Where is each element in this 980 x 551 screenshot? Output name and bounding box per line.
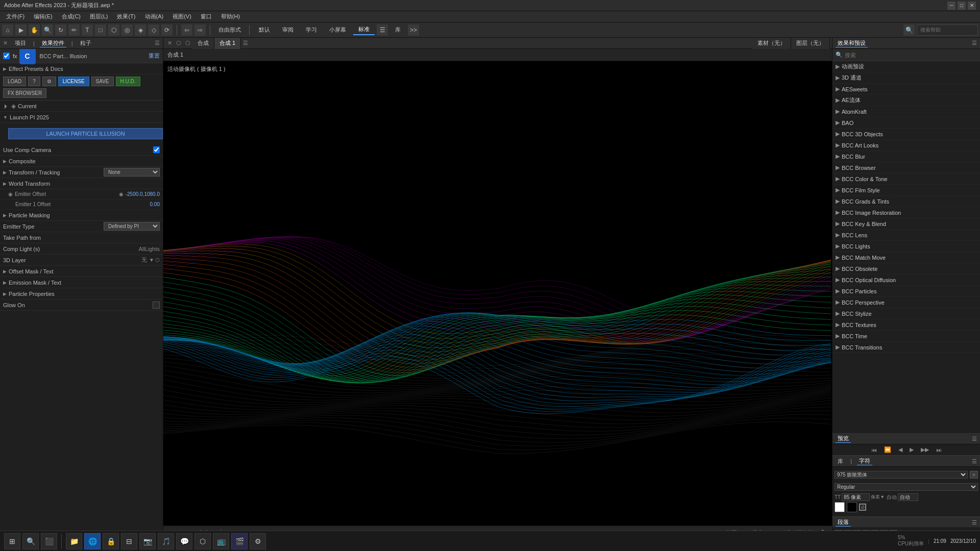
taskbar-explorer[interactable]: 📁 (66, 533, 82, 549)
category-aesweets[interactable]: ▶ AESweets (832, 84, 980, 95)
preview-fwd-btn[interactable]: ▶▶ (919, 446, 930, 453)
composite-row[interactable]: ▶ Composite (0, 156, 163, 167)
category-bcc3d[interactable]: ▶ BCC 3D Objects (832, 129, 980, 140)
taskbar-music[interactable]: 🎵 (158, 533, 174, 549)
toolbar-transfer-left[interactable]: ⇦ (181, 24, 192, 36)
toolbar-pen[interactable]: ✏ (68, 24, 80, 36)
category-bcc-grads[interactable]: ▶ BCC Grads & Tints (832, 196, 980, 207)
left-panel-options[interactable]: ☰ (155, 40, 160, 46)
category-bcc-particles[interactable]: ▶ BCC Particles (832, 286, 980, 297)
category-animation[interactable]: ▶ 动画预设 (832, 61, 980, 72)
menu-edit[interactable]: 编辑(E) (30, 12, 57, 21)
category-bcc-textures[interactable]: ▶ BCC Textures (832, 319, 980, 331)
taskbar-camera[interactable]: 📷 (139, 533, 156, 549)
emitter-type-select[interactable]: Defined by PI (104, 222, 160, 231)
maximize-button[interactable]: □ (958, 2, 966, 10)
menu-animation[interactable]: 动画(A) (141, 12, 168, 21)
category-bcc-browser[interactable]: ▶ BCC Browser (832, 162, 980, 173)
save-btn[interactable]: SAVE (91, 77, 114, 86)
toolbar-roto[interactable]: ◎ (121, 24, 133, 36)
fill-color-swatch[interactable] (835, 502, 845, 512)
toolbar-text[interactable]: T (82, 24, 93, 36)
transform-tracking-select[interactable]: None (104, 168, 160, 177)
category-bcc-obsolete[interactable]: ▶ BCC Obsolete (832, 263, 980, 274)
category-aefluid[interactable]: ▶ AE流体 (832, 95, 980, 106)
category-bcc-transitions[interactable]: ▶ BCC Transitions (832, 342, 980, 353)
menu-composition[interactable]: 合成(C) (58, 12, 85, 21)
category-bcc-lens[interactable]: ▶ BCC Lens (832, 230, 980, 241)
particle-props-row[interactable]: ▶ Particle Properties (0, 288, 163, 299)
menu-layer[interactable]: 图层(L) (86, 12, 112, 21)
taskbar-chat[interactable]: 💬 (176, 533, 192, 549)
taskbar-taskview[interactable]: ⬛ (41, 533, 57, 549)
license-btn[interactable]: LICENSE (58, 77, 89, 86)
comp-close[interactable]: ✕ (165, 40, 174, 46)
preview-play-btn[interactable]: ▶ (908, 446, 915, 453)
workspace-default[interactable]: 默认 (254, 25, 275, 35)
use-comp-camera-checkbox[interactable] (153, 146, 160, 153)
toolbar-transfer-right[interactable]: ⇨ (194, 24, 206, 36)
category-bcc-match[interactable]: ▶ BCC Match Move (832, 252, 980, 263)
taskbar-ae[interactable]: 🎬 (231, 533, 248, 549)
tab-footage[interactable]: 素材（无） (752, 38, 791, 49)
preview-first-btn[interactable]: ⏮ (870, 447, 878, 453)
workspace-review[interactable]: 审阅 (277, 25, 299, 35)
emission-mask-row[interactable]: ▶ Emission Mask / Text (0, 277, 163, 288)
world-transform-row[interactable]: ▶ World Transform (0, 178, 163, 189)
fx-browser-btn[interactable]: FX BROWSER (3, 88, 46, 98)
offset-mask-row[interactable]: ▶ Offset Mask / Text (0, 266, 163, 277)
preview-last-btn[interactable]: ⏭ (935, 447, 943, 453)
char-options[interactable]: ☰ (972, 458, 977, 465)
menu-window[interactable]: 窗口 (197, 12, 216, 21)
effect-presets-row[interactable]: ▶ Effect Presets & Docs (0, 63, 163, 74)
menu-help[interactable]: 帮助(H) (217, 12, 244, 21)
menu-file[interactable]: 文件(F) (2, 12, 29, 21)
paragraph-tab[interactable]: 段落 (836, 518, 851, 527)
preview-options[interactable]: ☰ (972, 436, 977, 442)
category-atomkraft[interactable]: ▶ AtomKraft (832, 106, 980, 117)
launch-pi-button[interactable]: LAUNCH PARTICLE ILLUSION (8, 128, 163, 139)
no-color-swatch[interactable]: ∅ (859, 504, 866, 511)
category-bcc-perspective[interactable]: ▶ BCC Perspective (832, 297, 980, 308)
preview-back-btn[interactable]: ◀ (897, 446, 904, 453)
close-button[interactable]: ✕ (968, 2, 976, 10)
category-bcc-optical[interactable]: ▶ BCC Optical Diffusion (832, 274, 980, 286)
left-panel-close[interactable]: ✕ (3, 40, 8, 46)
taskbar-search[interactable]: 🔍 (22, 533, 39, 549)
style-select[interactable]: Regular (835, 483, 978, 491)
category-bcc-art[interactable]: ▶ BCC Art Looks (832, 140, 980, 151)
library-tab[interactable]: 库 (836, 458, 845, 465)
taskbar-game[interactable]: ⬡ (194, 533, 211, 549)
effects-presets-options[interactable]: ☰ (972, 40, 977, 46)
launch-pi-section[interactable]: ▼ Launch PI 2025 (0, 112, 163, 123)
load-btn[interactable]: LOAD (3, 77, 26, 86)
taskbar-lock[interactable]: 🔒 (103, 533, 119, 549)
category-bcc-time[interactable]: ▶ BCC Time (832, 331, 980, 342)
fx-reset-btn[interactable]: 重置 (149, 52, 160, 60)
preview-tab[interactable]: 预览 (836, 435, 851, 443)
effects-presets-tab[interactable]: 效果和预设 (836, 39, 868, 47)
toolbar-mask[interactable]: ⬡ (108, 24, 119, 36)
category-bcc-color[interactable]: ▶ BCC Color & Tone (832, 173, 980, 185)
workspace-standard[interactable]: 标准 (353, 24, 375, 35)
menu-view[interactable]: 视图(V) (168, 12, 195, 21)
tab-composition[interactable]: 合成 (192, 38, 214, 49)
toolbar-rotate[interactable]: ↻ (55, 24, 66, 36)
category-bcc-film[interactable]: ▶ BCC Film Style (832, 185, 980, 196)
toolbar-freeform[interactable]: 自由形式 (214, 25, 245, 35)
search-input[interactable] (917, 24, 978, 36)
category-3d[interactable]: ▶ 3D 通道 (832, 72, 980, 84)
toolbar-shape[interactable]: □ (95, 24, 106, 36)
particle-masking-row[interactable]: ▶ Particle Masking (0, 210, 163, 221)
fx-enable-checkbox[interactable] (3, 53, 10, 59)
category-bcc-image[interactable]: ▶ BCC Image Restoration (832, 207, 980, 218)
toolbar-puppet[interactable]: ◈ (135, 24, 146, 36)
taskbar-browser[interactable]: 🌐 (84, 533, 101, 549)
category-bcc-key[interactable]: ▶ BCC Key & Blend (832, 218, 980, 230)
stroke-color-swatch[interactable] (847, 502, 857, 512)
emitter-offset-value[interactable]: -2500.0,1080.0 (126, 191, 160, 197)
workspace-small[interactable]: 小屏幕 (324, 25, 351, 35)
minimize-button[interactable]: ─ (947, 2, 955, 10)
character-tab[interactable]: 字符 (857, 457, 872, 465)
toolbar-menu-icon[interactable]: ☰ (377, 24, 388, 36)
